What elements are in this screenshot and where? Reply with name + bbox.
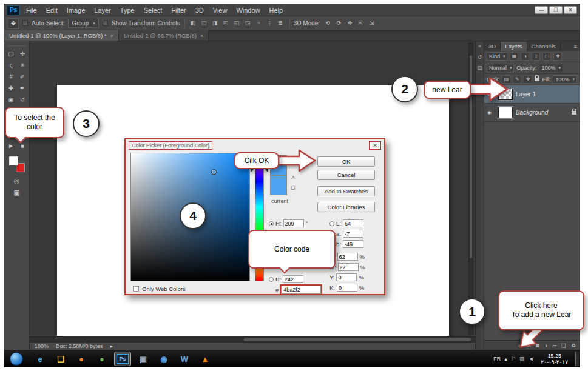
- 3d-slide-icon[interactable]: ⇱: [356, 19, 365, 28]
- menu-filter[interactable]: Filter: [171, 7, 186, 14]
- path-selection-tool[interactable]: ►: [5, 140, 17, 152]
- minimize-button[interactable]: —: [535, 6, 548, 14]
- eyedropper-tool[interactable]: ✐: [17, 71, 29, 82]
- align-left-edges-icon[interactable]: ◧: [189, 19, 198, 28]
- close-tab-icon[interactable]: ×: [200, 33, 203, 39]
- cancel-button[interactable]: Cancel: [317, 170, 375, 180]
- menu-edit[interactable]: Edit: [46, 7, 58, 14]
- adjustment-layer-icon[interactable]: ◑: [544, 343, 547, 349]
- language-indicator[interactable]: FR: [493, 356, 501, 362]
- tab-channels[interactable]: Channels: [527, 42, 561, 51]
- only-web-colors-checkbox[interactable]: [133, 286, 139, 292]
- shape-tool[interactable]: ■: [17, 140, 29, 152]
- menu-layer[interactable]: Layer: [94, 7, 111, 14]
- align-right-edges-icon[interactable]: ◨: [211, 19, 220, 28]
- close-button[interactable]: ✕: [564, 6, 577, 14]
- filter-type-layers-icon[interactable]: T: [532, 52, 540, 61]
- auto-select-checkbox[interactable]: [22, 21, 28, 26]
- web-color-cube-icon[interactable]: ◻: [291, 184, 295, 190]
- history-panel-icon[interactable]: ↺: [478, 54, 482, 60]
- lab-b-input[interactable]: [343, 240, 363, 248]
- color-field-marker[interactable]: [211, 169, 217, 175]
- align-bottom-edges-icon[interactable]: ◲: [243, 19, 252, 28]
- menu-3d[interactable]: 3D: [195, 7, 204, 14]
- taskbar-clock[interactable]: 15:25 ٢٠١٧-٠٩-٢٠: [537, 353, 572, 365]
- lab-l-input[interactable]: [343, 219, 363, 227]
- auto-select-scope-dropdown[interactable]: Group ▾: [68, 19, 98, 28]
- filter-pixel-layers-icon[interactable]: ▦: [510, 52, 518, 61]
- add-to-swatches-button[interactable]: Add to Swatches: [317, 186, 375, 196]
- cmyk-c-input[interactable]: [337, 253, 358, 261]
- visibility-eye-icon[interactable]: ◉: [484, 104, 495, 121]
- menu-view[interactable]: View: [213, 7, 228, 14]
- menu-type[interactable]: Type: [120, 7, 135, 14]
- tab-3d[interactable]: 3D: [484, 42, 501, 51]
- filter-kind-dropdown[interactable]: Kind ▾: [487, 52, 508, 61]
- quick-mask-button[interactable]: ◎: [13, 177, 19, 185]
- delete-layer-icon[interactable]: ♻: [571, 343, 576, 349]
- filter-adjustment-layers-icon[interactable]: ◑: [521, 52, 529, 61]
- firefox-icon[interactable]: ●: [73, 352, 90, 366]
- properties-panel-icon[interactable]: ▤: [477, 65, 482, 71]
- volume-icon[interactable]: ◄: [528, 356, 533, 362]
- align-top-edges-icon[interactable]: ◰: [221, 19, 231, 28]
- hue-input[interactable]: [283, 219, 304, 227]
- rectangular-marquee-tool[interactable]: ▢: [5, 48, 17, 59]
- layer-row-background[interactable]: ◉ Background: [484, 104, 580, 122]
- filter-smart-objects-icon[interactable]: ❖: [553, 52, 562, 61]
- move-tool[interactable]: ✛: [17, 48, 29, 59]
- distribute-bottom-icon[interactable]: ≣: [276, 19, 285, 28]
- document-tab-untitled2[interactable]: Untitled-2 @ 66.7% (RGB/8) ×: [119, 30, 209, 41]
- opacity-dropdown[interactable]: 100% ▾: [539, 64, 563, 72]
- 3d-rotate-icon[interactable]: ⟲: [323, 19, 333, 28]
- history-brush-tool[interactable]: ↺: [17, 94, 29, 105]
- word-icon[interactable]: W: [176, 352, 193, 366]
- photo-viewer-icon[interactable]: ▣: [135, 352, 152, 366]
- background-name[interactable]: Background: [516, 109, 548, 116]
- 3d-roll-icon[interactable]: ⟳: [334, 19, 343, 28]
- lab-a-input[interactable]: [343, 230, 363, 238]
- expand-panels-icon[interactable]: «: [478, 43, 481, 49]
- layer-group-icon[interactable]: ▱: [552, 343, 556, 349]
- foreground-color-swatch[interactable]: [9, 156, 18, 165]
- menu-image[interactable]: Image: [67, 7, 86, 14]
- document-tab-untitled1[interactable]: Untitled-1 @ 100% (Layer 1, RGB/8) * ×: [4, 30, 119, 41]
- lock-position-icon[interactable]: ✥: [524, 75, 532, 84]
- radio-selected-icon[interactable]: [269, 221, 274, 226]
- menu-help[interactable]: Help: [269, 7, 283, 14]
- panel-menu-icon[interactable]: ≡: [574, 44, 580, 51]
- show-hidden-icons[interactable]: ▴: [504, 356, 507, 362]
- rgb-blue-input[interactable]: [283, 275, 303, 283]
- menu-window[interactable]: Window: [236, 7, 260, 14]
- filter-shape-layers-icon[interactable]: ▢: [542, 52, 551, 61]
- cmyk-m-input[interactable]: [338, 263, 359, 271]
- windows-explorer-icon[interactable]: ❑: [52, 352, 69, 366]
- lock-all-icon[interactable]: [535, 78, 539, 81]
- gamut-warning-icon[interactable]: ⚠: [291, 175, 296, 181]
- quick-selection-tool[interactable]: ✳: [17, 59, 29, 71]
- lock-image-pixels-icon[interactable]: ✎: [513, 75, 521, 84]
- crop-tool[interactable]: #: [5, 71, 17, 82]
- radio-icon[interactable]: [329, 221, 334, 226]
- dialog-close-button[interactable]: ✕: [369, 141, 381, 150]
- horizontal-scrollbar-thumb[interactable]: [243, 338, 470, 341]
- align-vertical-centers-icon[interactable]: ◱: [232, 19, 242, 28]
- menu-file[interactable]: File: [26, 7, 37, 14]
- lasso-tool[interactable]: ς: [5, 59, 17, 71]
- color-libraries-button[interactable]: Color Libraries: [317, 202, 375, 212]
- brush-tool[interactable]: ✒: [17, 82, 29, 94]
- layer1-name[interactable]: Layer 1: [516, 91, 536, 98]
- show-desktop-button[interactable]: [575, 352, 579, 366]
- horizontal-scrollbar[interactable]: [30, 336, 475, 342]
- healing-brush-tool[interactable]: ✚: [5, 82, 17, 94]
- network-icon[interactable]: ▥: [519, 356, 525, 362]
- blend-mode-dropdown[interactable]: Normal ▾: [487, 64, 515, 72]
- action-center-icon[interactable]: ⚐: [511, 356, 516, 362]
- zoom-level[interactable]: 100%: [35, 343, 49, 349]
- chrome-icon[interactable]: ●: [93, 352, 110, 366]
- media-player-icon[interactable]: ◉: [155, 352, 172, 366]
- distribute-vertical-icon[interactable]: ⋮: [265, 19, 274, 28]
- internet-explorer-icon[interactable]: e: [32, 352, 49, 366]
- hex-input[interactable]: [281, 286, 321, 294]
- close-tab-icon[interactable]: ×: [110, 33, 113, 39]
